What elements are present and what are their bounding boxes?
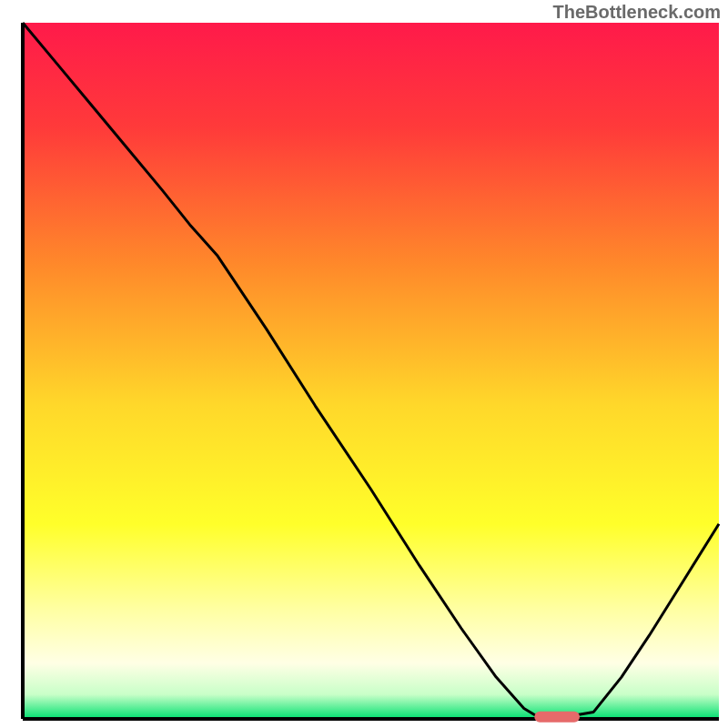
watermark-text: TheBottleneck.com [553,2,721,23]
optimal-marker [534,712,580,723]
plot-background [23,23,719,719]
chart-container [0,0,728,728]
bottleneck-chart [0,0,728,728]
